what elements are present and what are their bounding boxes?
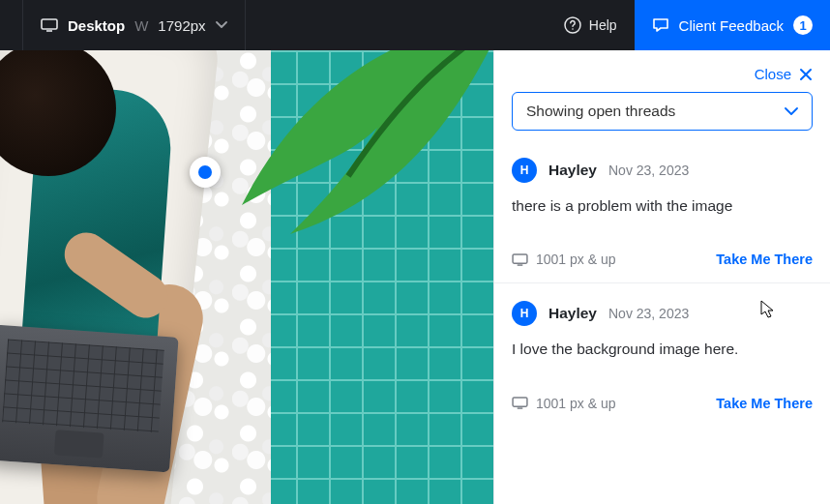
close-icon xyxy=(799,68,813,81)
take-me-there-button[interactable]: Take Me There xyxy=(716,396,813,411)
design-canvas[interactable] xyxy=(0,50,493,504)
topbar-spacer xyxy=(246,0,547,50)
palm-leaf xyxy=(232,50,493,244)
thread-date: Nov 23, 2023 xyxy=(608,163,689,178)
feedback-count-badge: 1 xyxy=(793,15,813,35)
width-value: 1792px xyxy=(158,17,205,34)
svg-point-2 xyxy=(572,28,574,30)
width-label: W xyxy=(134,17,148,34)
breakpoint-label: 1001 px & up xyxy=(536,252,616,267)
take-me-there-button[interactable]: Take Me There xyxy=(716,252,813,267)
thread-item[interactable]: H Hayley Nov 23, 2023 I love the backgro… xyxy=(494,282,830,426)
thread-author: Hayley xyxy=(548,162,597,179)
breakpoint-label: 1001 px & up xyxy=(536,396,616,411)
topbar: Desktop W 1792px Help Client Feedback 1 xyxy=(0,0,830,50)
thread-header: H Hayley Nov 23, 2023 xyxy=(512,301,813,326)
desktop-icon xyxy=(512,397,528,409)
chevron-down-icon xyxy=(216,21,227,29)
breakpoint-indicator: 1001 px & up xyxy=(512,396,616,411)
feedback-label: Client Feedback xyxy=(679,17,784,34)
thread-filter-select[interactable]: Showing open threads xyxy=(512,92,813,131)
help-label: Help xyxy=(589,17,617,33)
feedback-icon xyxy=(652,16,669,34)
thread-list: H Hayley Nov 23, 2023 there is a problem… xyxy=(494,136,830,504)
svg-rect-0 xyxy=(42,19,57,29)
thread-message: there is a problem with the image xyxy=(512,194,813,217)
help-icon xyxy=(564,16,581,34)
device-selector[interactable]: Desktop W 1792px xyxy=(23,0,246,50)
svg-rect-4 xyxy=(513,398,527,406)
laptop-trackpad xyxy=(54,430,104,458)
thread-header: H Hayley Nov 23, 2023 xyxy=(512,158,813,183)
close-panel-button[interactable]: Close xyxy=(494,50,830,92)
desktop-icon xyxy=(41,18,58,32)
laptop-keyboard xyxy=(2,339,164,432)
filter-label: Showing open threads xyxy=(526,103,675,120)
svg-rect-3 xyxy=(513,254,527,263)
main: Close Showing open threads H Hayley Nov … xyxy=(0,50,830,504)
avatar: H xyxy=(512,158,537,183)
chevron-down-icon xyxy=(785,107,798,116)
client-feedback-button[interactable]: Client Feedback 1 xyxy=(635,0,830,50)
thread-footer: 1001 px & up Take Me There xyxy=(512,396,813,411)
topbar-left-gutter xyxy=(0,0,23,50)
breakpoint-indicator: 1001 px & up xyxy=(512,252,616,267)
feedback-marker[interactable] xyxy=(190,157,221,188)
thread-message: I love the background image here. xyxy=(512,338,813,360)
laptop xyxy=(0,325,179,473)
desktop-icon xyxy=(512,253,528,266)
thread-footer: 1001 px & up Take Me There xyxy=(512,252,813,267)
thread-item[interactable]: H Hayley Nov 23, 2023 there is a problem… xyxy=(494,136,830,282)
feedback-marker-dot xyxy=(198,165,212,179)
device-label: Desktop xyxy=(68,17,125,34)
help-button[interactable]: Help xyxy=(547,0,635,50)
thread-author: Hayley xyxy=(548,305,597,322)
feedback-panel: Close Showing open threads H Hayley Nov … xyxy=(493,50,830,504)
thread-date: Nov 23, 2023 xyxy=(608,306,689,321)
avatar: H xyxy=(512,301,537,326)
close-label: Close xyxy=(755,66,791,82)
